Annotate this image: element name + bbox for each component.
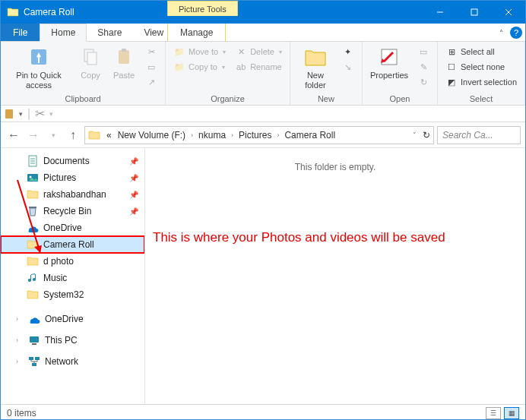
minimize-button[interactable] bbox=[423, 1, 457, 24]
edit-button: ✎ bbox=[414, 60, 433, 74]
ribbon-group-clipboard: Pin to Quick access Copy Paste ✂ ▭ ↗ Cli… bbox=[1, 42, 166, 105]
select-none-icon: ☐ bbox=[445, 61, 458, 73]
chevron-right-icon[interactable]: › bbox=[189, 131, 195, 139]
properties-icon bbox=[377, 45, 401, 69]
qat-dropdown[interactable]: ▾ bbox=[19, 110, 23, 118]
tree-item-documents[interactable]: Documents📌 bbox=[1, 153, 144, 169]
svg-rect-13 bbox=[32, 343, 36, 345]
pin-icon bbox=[27, 45, 51, 69]
delete-icon: ✕ bbox=[235, 46, 247, 58]
folder-icon bbox=[27, 238, 39, 251]
tab-share[interactable]: Share bbox=[87, 24, 133, 41]
copy-to-button: 📁Copy to bbox=[170, 60, 229, 74]
svg-rect-12 bbox=[30, 336, 39, 343]
new-folder-icon bbox=[303, 45, 328, 69]
new-folder-button[interactable]: New folder bbox=[295, 43, 336, 91]
svg-rect-3 bbox=[87, 52, 97, 65]
tree-item-pictures[interactable]: Pictures📌 bbox=[1, 169, 144, 186]
group-label-open: Open bbox=[389, 94, 410, 105]
svg-rect-0 bbox=[471, 9, 477, 15]
qat-dropdown-2[interactable]: ▾ bbox=[49, 110, 53, 118]
select-all-icon: ⊞ bbox=[445, 46, 458, 58]
tree-root-this-pc[interactable]: ›This PC bbox=[1, 332, 144, 349]
pin-icon: 📌 bbox=[129, 191, 138, 199]
maximize-button[interactable] bbox=[457, 1, 491, 24]
qat-scissors-icon: ✂ bbox=[35, 106, 45, 121]
invert-selection-button[interactable]: ◩Invert selection bbox=[442, 75, 520, 89]
ribbon: Pin to Quick access Copy Paste ✂ ▭ ↗ Cli… bbox=[1, 42, 525, 106]
help-button[interactable]: ? bbox=[510, 27, 522, 39]
chevron-right-icon[interactable]: › bbox=[274, 131, 281, 139]
copy-path-button: ▭ bbox=[142, 60, 160, 74]
select-all-button[interactable]: ⊞Select all bbox=[442, 45, 520, 58]
cut-button: ✂ bbox=[142, 45, 160, 58]
breadcrumb-item[interactable]: New Volume (F:) bbox=[115, 127, 189, 144]
clipboard-icon[interactable] bbox=[4, 109, 14, 119]
chevron-right-icon[interactable]: › bbox=[16, 336, 24, 344]
svg-rect-14 bbox=[29, 357, 33, 360]
select-none-button[interactable]: ☐Select none bbox=[442, 60, 520, 74]
tree-item-music[interactable]: Music bbox=[1, 270, 144, 286]
copy-icon bbox=[78, 45, 103, 69]
pin-icon: 📌 bbox=[129, 157, 138, 166]
breadcrumb-item[interactable]: Camera Roll bbox=[281, 127, 338, 144]
rename-icon: ab bbox=[235, 61, 247, 73]
tree-item-camera-roll[interactable]: Camera Roll bbox=[1, 236, 144, 253]
navigation-tree[interactable]: Documents📌 Pictures📌 rakshabandhan📌 Recy… bbox=[1, 148, 145, 404]
search-input[interactable]: Search Ca... bbox=[437, 126, 521, 144]
address-dropdown[interactable]: ˅ bbox=[410, 131, 420, 139]
tree-item-recycle-bin[interactable]: Recycle Bin📌 bbox=[1, 203, 144, 219]
back-button[interactable]: ← bbox=[5, 127, 22, 144]
ribbon-group-organize: 📁Move to 📁Copy to ✕Delete abRename Organ… bbox=[166, 42, 290, 105]
ribbon-tabs: File Home Share View Manage ˄ ? bbox=[1, 24, 525, 42]
file-list-area[interactable]: This folder is empty. This is where your… bbox=[145, 148, 525, 404]
ribbon-group-open: Properties ▭ ✎ ↻ Open bbox=[363, 42, 438, 105]
tree-item-system32[interactable]: System32 bbox=[1, 286, 144, 303]
tree-item-onedrive[interactable]: OneDrive bbox=[1, 219, 144, 236]
copy-button: Copy bbox=[75, 43, 106, 82]
svg-rect-4 bbox=[119, 50, 129, 64]
tab-home[interactable]: Home bbox=[40, 24, 87, 42]
forward-button: → bbox=[25, 127, 42, 144]
up-button[interactable]: ↑ bbox=[65, 127, 81, 144]
document-icon bbox=[27, 155, 39, 167]
properties-button[interactable]: Properties bbox=[367, 43, 411, 82]
chevron-right-icon[interactable]: › bbox=[229, 131, 236, 139]
pin-quick-access-button[interactable]: Pin to Quick access bbox=[5, 43, 72, 91]
tree-item-rakshabandhan[interactable]: rakshabandhan📌 bbox=[1, 186, 144, 203]
collapse-ribbon-button[interactable]: ˄ bbox=[495, 27, 507, 39]
breadcrumb-ellipsis[interactable]: « bbox=[103, 127, 115, 144]
address-bar[interactable]: « New Volume (F:)› nkuma› Pictures› Came… bbox=[84, 126, 434, 144]
tree-item-d-photo[interactable]: d photo bbox=[1, 253, 144, 270]
pc-icon bbox=[28, 334, 40, 346]
svg-rect-7 bbox=[5, 109, 13, 118]
copyto-icon: 📁 bbox=[173, 61, 185, 73]
chevron-right-icon[interactable]: › bbox=[16, 358, 24, 365]
pin-icon: 📌 bbox=[129, 174, 138, 182]
refresh-button[interactable]: ↻ bbox=[420, 130, 433, 141]
properties-label: Properties bbox=[370, 71, 408, 81]
recent-dropdown[interactable]: ▾ bbox=[45, 127, 62, 144]
breadcrumb-item[interactable]: Pictures bbox=[236, 127, 274, 144]
breadcrumb-item[interactable]: nkuma bbox=[195, 127, 229, 144]
onedrive-cloud-icon bbox=[28, 313, 40, 325]
tree-root-network[interactable]: ›Network bbox=[1, 353, 144, 370]
svg-rect-11 bbox=[29, 207, 36, 208]
new-folder-label: New folder bbox=[298, 71, 333, 90]
icons-view-button[interactable]: ▦ bbox=[504, 407, 519, 419]
group-label-clipboard: Clipboard bbox=[65, 94, 100, 105]
close-button[interactable] bbox=[491, 1, 525, 24]
folder-icon bbox=[27, 255, 39, 267]
folder-icon bbox=[27, 289, 39, 301]
context-tool-title: Picture Tools bbox=[167, 1, 238, 16]
details-view-button[interactable]: ☰ bbox=[486, 407, 501, 419]
title-bar: Camera Roll bbox=[1, 1, 525, 24]
empty-folder-message: This folder is empty. bbox=[295, 162, 375, 404]
new-item-button[interactable]: ✦ bbox=[339, 45, 357, 58]
open-button: ▭ bbox=[414, 45, 433, 58]
chevron-right-icon[interactable]: › bbox=[16, 315, 24, 323]
tab-file[interactable]: File bbox=[1, 24, 40, 41]
tree-root-onedrive[interactable]: ›OneDrive bbox=[1, 311, 144, 327]
tab-manage[interactable]: Manage bbox=[167, 24, 226, 42]
music-icon bbox=[27, 272, 39, 284]
